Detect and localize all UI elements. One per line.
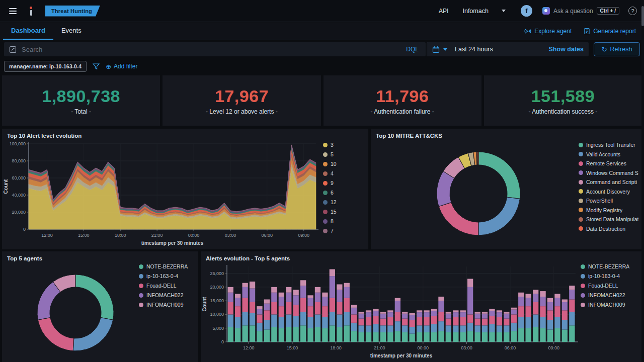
panel-title: Top 10 Alert level evolution <box>7 133 82 139</box>
legend-dot-icon <box>323 200 328 205</box>
time-picker[interactable]: Last 24 hours Show dates <box>427 42 589 56</box>
svg-text:21:00: 21:00 <box>374 345 385 350</box>
app-logo-icon[interactable] <box>30 7 32 16</box>
legend-dot-icon <box>579 161 583 166</box>
legend-dot-icon <box>579 152 583 156</box>
search-bar[interactable]: DQL <box>4 42 426 56</box>
chart-legend: Ingress Tool TransferValid AccountsRemot… <box>579 142 641 232</box>
legend-item[interactable]: PowerShell <box>579 198 641 204</box>
search-input[interactable] <box>22 46 401 53</box>
generate-report-button[interactable]: Generate report <box>584 28 636 35</box>
svg-text:00:00: 00:00 <box>418 345 429 350</box>
add-filter-button[interactable]: ⊕ Add filter <box>106 63 137 70</box>
stat-value[interactable]: 11,796 <box>376 86 429 106</box>
legend-item[interactable]: 15 <box>323 209 363 215</box>
legend-item[interactable]: Remote Services <box>579 160 641 166</box>
legend-item[interactable]: Valid Accounts <box>579 151 641 157</box>
help-icon[interactable]: ? <box>628 7 637 15</box>
tab-dashboard[interactable]: Dashboard <box>3 22 53 40</box>
legend-item[interactable]: Stored Data Manipulat <box>579 216 641 222</box>
legend-item[interactable]: 12 <box>323 199 363 205</box>
stats-row: 1,890,738 - Total - 17,967 - Level 12 or… <box>2 75 642 126</box>
svg-text:60,000: 60,000 <box>12 175 26 180</box>
threat-hunting-dashboard: Threat Hunting API Infomach f Ask a ques… <box>0 0 644 362</box>
scrollbar[interactable] <box>641 0 644 362</box>
legend-item[interactable]: 8 <box>323 218 363 224</box>
alert-level-area-chart[interactable]: 12:0015:0018:0021:0000:0003:0006:0009:00… <box>2 140 324 249</box>
legend-item[interactable]: 5 <box>323 151 363 157</box>
legend-item[interactable]: ip-10-163-0-4 <box>581 273 639 279</box>
legend-label: Fouad-DELL <box>146 283 177 289</box>
legend-item[interactable]: 10 <box>323 161 363 167</box>
legend-dot-icon <box>323 162 328 166</box>
add-filter-label: Add filter <box>114 63 137 70</box>
legend-item[interactable]: NOTE-BEZERRA <box>139 263 195 269</box>
legend-item[interactable]: ip-10-163-0-4 <box>139 273 195 279</box>
query-icon[interactable] <box>9 46 17 53</box>
refresh-button[interactable]: ↻ Refresh <box>594 42 640 56</box>
legend-item[interactable]: Fouad-DELL <box>139 283 195 289</box>
legend-item[interactable]: 6 <box>323 190 363 196</box>
api-selector[interactable]: Infomach <box>462 8 505 15</box>
stat-value[interactable]: 151,589 <box>531 86 595 106</box>
breadcrumb[interactable]: Threat Hunting <box>45 6 100 17</box>
legend-item[interactable]: INFOMACH009 <box>581 302 639 308</box>
tab-events[interactable]: Events <box>53 22 90 40</box>
legend-dot-icon <box>579 180 583 185</box>
plus-circle-icon: ⊕ <box>106 63 111 70</box>
chart-legend: NOTE-BEZERRAip-10-163-0-4Fouad-DELLINFOM… <box>581 263 639 308</box>
legend-dot-icon <box>323 210 328 214</box>
scrollbar-thumb[interactable] <box>641 6 644 26</box>
legend-label: Ingress Tool Transfer <box>586 142 635 148</box>
legend-item[interactable]: NOTE-BEZERRA <box>581 263 639 269</box>
stat-value[interactable]: 17,967 <box>215 86 269 106</box>
svg-text:5,000: 5,000 <box>212 326 224 331</box>
alerts-bar-chart[interactable]: 12:0015:0018:0021:0000:0003:0006:0009:00… <box>201 261 579 362</box>
dql-toggle[interactable]: DQL <box>406 46 421 53</box>
legend-item[interactable]: Modify Registry <box>579 207 641 213</box>
legend-item[interactable]: 4 <box>323 170 363 176</box>
legend-item[interactable]: INFOMACH009 <box>139 302 195 308</box>
stat-panel-total: 1,890,738 - Total - <box>2 75 160 126</box>
alerts-evolution-panel: Alerts evolution - Top 5 agents 12:0015:… <box>201 251 642 362</box>
legend-dot-icon <box>139 293 143 298</box>
calendar-icon[interactable] <box>432 46 440 53</box>
stat-label: - Level 12 or above alerts - <box>206 108 278 115</box>
legend-item[interactable]: INFOMACH022 <box>581 292 639 298</box>
legend-label: NOTE-BEZERRA <box>146 263 188 269</box>
legend-label: PowerShell <box>586 198 613 204</box>
legend-item[interactable]: Account Discovery <box>579 189 641 195</box>
legend-item[interactable]: Ingress Tool Transfer <box>579 142 641 148</box>
explore-agent-button[interactable]: Explore agent <box>524 28 572 35</box>
svg-text:10,000: 10,000 <box>210 312 224 317</box>
legend-item[interactable]: 3 <box>323 142 363 148</box>
svg-text:0: 0 <box>221 339 224 344</box>
legend-item[interactable]: Windows Command S <box>579 170 641 176</box>
legend-item[interactable]: Fouad-DELL <box>581 283 639 289</box>
legend-label: INFOMACH022 <box>588 292 625 298</box>
legend-item[interactable]: Data Destruction <box>579 226 641 232</box>
svg-text:Count: Count <box>202 297 207 312</box>
panel-title: Top 5 agents <box>7 255 42 261</box>
time-range-label[interactable]: Last 24 hours <box>455 46 545 53</box>
legend-item[interactable]: 7 <box>323 228 363 234</box>
menu-icon[interactable] <box>7 6 19 16</box>
svg-text:20,000: 20,000 <box>12 210 26 215</box>
legend-dot-icon <box>323 229 328 233</box>
agents-donut-chart[interactable] <box>2 261 153 362</box>
mitre-donut-chart[interactable] <box>371 140 577 249</box>
stat-value[interactable]: 1,890,738 <box>42 86 120 106</box>
legend-dot-icon <box>323 171 328 176</box>
legend-dot-icon <box>579 143 583 147</box>
filter-funnel-icon[interactable] <box>93 63 100 70</box>
legend-item[interactable]: 9 <box>323 180 363 186</box>
legend-dot-icon <box>579 199 583 203</box>
show-dates-button[interactable]: Show dates <box>549 46 584 53</box>
avatar[interactable]: f <box>521 5 532 17</box>
explore-agent-label: Explore agent <box>534 28 572 35</box>
legend-item[interactable]: Command and Scripti <box>579 179 641 185</box>
panel-title: Alerts evolution - Top 5 agents <box>206 255 290 261</box>
legend-item[interactable]: INFOMACH022 <box>139 292 195 298</box>
ask-question-button[interactable]: Ask a question Ctrl + / <box>542 7 619 15</box>
filter-pill[interactable]: manager.name: ip-10-163-0-4 <box>4 61 87 72</box>
